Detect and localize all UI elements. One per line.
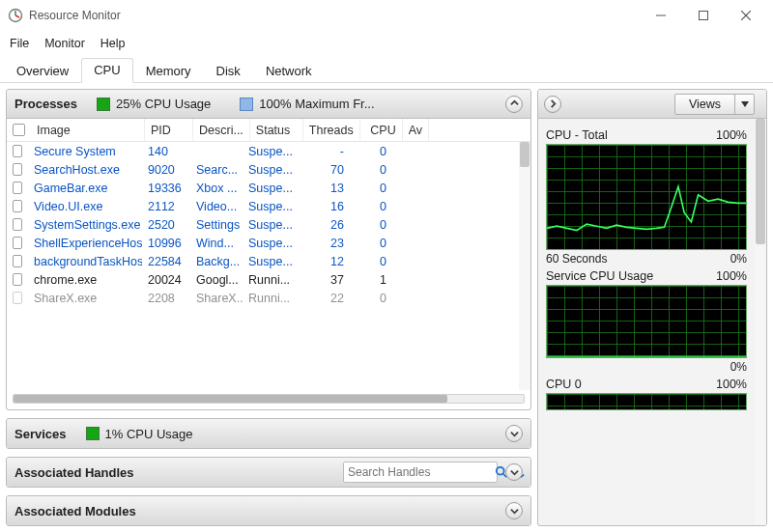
collapse-graphs-button[interactable] xyxy=(544,96,561,113)
services-title: Services xyxy=(14,427,67,441)
col-descri[interactable]: Descri... xyxy=(193,119,250,141)
handles-search-input[interactable] xyxy=(346,464,495,480)
row-checkbox[interactable] xyxy=(13,218,22,231)
table-row[interactable]: Secure System140Suspe...-0 xyxy=(7,142,530,160)
handles-title: Associated Handles xyxy=(14,465,134,480)
row-checkbox[interactable] xyxy=(13,200,22,212)
col-status[interactable]: Status xyxy=(250,119,303,141)
svg-marker-7 xyxy=(741,101,749,107)
col-cpu[interactable]: CPU xyxy=(360,119,403,141)
cell-pid: 2208 xyxy=(142,289,190,307)
cell-avg xyxy=(392,289,417,307)
graph-service-footer-right: 0% xyxy=(730,360,747,374)
tab-cpu[interactable]: CPU xyxy=(81,58,132,83)
table-row[interactable]: GameBar.exe19336Xbox ...Suspe...130 xyxy=(7,179,530,197)
tab-disk[interactable]: Disk xyxy=(204,59,253,83)
table-row[interactable]: ShellExperienceHost...10996Wind...Suspe.… xyxy=(7,234,530,252)
menu-monitor[interactable]: Monitor xyxy=(37,35,93,52)
minimize-button[interactable] xyxy=(640,2,682,29)
graph-cpu-total xyxy=(546,144,747,250)
cell-avg xyxy=(392,234,417,252)
cell-image: ShareX.exe xyxy=(28,289,142,307)
handles-header[interactable]: Associated Handles xyxy=(7,458,530,487)
processes-header[interactable]: Processes 25% CPU Usage 100% Maximum Fr.… xyxy=(7,90,530,119)
tab-memory[interactable]: Memory xyxy=(133,59,204,83)
processes-v-scrollbar[interactable] xyxy=(519,142,530,390)
modules-title: Associated Modules xyxy=(14,504,136,518)
graph-cpu0-title: CPU 0 xyxy=(546,378,716,391)
cell-desc: Video... xyxy=(190,197,243,215)
graph-service-cpu xyxy=(546,285,747,358)
table-row[interactable]: backgroundTaskHost...22584Backg...Suspe.… xyxy=(7,252,530,270)
processes-panel: Processes 25% CPU Usage 100% Maximum Fr.… xyxy=(6,89,531,410)
table-row[interactable]: Video.UI.exe2112Video...Suspe...160 xyxy=(7,197,530,215)
cell-avg xyxy=(392,197,417,215)
row-checkbox[interactable] xyxy=(13,255,22,267)
expand-handles-button[interactable] xyxy=(505,463,523,481)
table-row[interactable]: chrome.exe20024Googl...Runni...371 xyxy=(7,270,530,289)
processes-h-scrollbar[interactable] xyxy=(13,394,525,404)
row-checkbox[interactable] xyxy=(13,182,22,194)
cell-cpu: 0 xyxy=(350,215,392,234)
cell-cpu: 0 xyxy=(350,179,392,197)
views-button[interactable]: Views xyxy=(674,94,755,115)
cell-desc: Googl... xyxy=(190,270,243,289)
cell-avg xyxy=(392,179,417,197)
cell-desc: Settings xyxy=(190,215,243,234)
cell-cpu: 1 xyxy=(350,270,392,289)
services-usage-label: 1% CPU Usage xyxy=(105,427,193,441)
expand-services-button[interactable] xyxy=(505,425,523,442)
cell-pid: 2112 xyxy=(142,197,190,215)
cell-desc: Backg... xyxy=(190,252,243,270)
graph-service-title: Service CPU Usage xyxy=(546,269,716,283)
expand-modules-button[interactable] xyxy=(505,502,523,519)
table-row[interactable]: SearchHost.exe9020Searc...Suspe...700 xyxy=(7,160,530,179)
cell-image: Video.UI.exe xyxy=(28,197,142,215)
cell-threads: 22 xyxy=(296,289,350,307)
cpu-usage-swatch xyxy=(97,98,110,111)
row-checkbox[interactable] xyxy=(13,292,22,304)
cell-image: SearchHost.exe xyxy=(28,160,142,179)
graphs-v-scrollbar[interactable] xyxy=(755,119,766,525)
cell-image: ShellExperienceHost... xyxy=(28,234,142,252)
modules-header[interactable]: Associated Modules xyxy=(7,496,530,525)
menu-help[interactable]: Help xyxy=(93,35,133,52)
max-freq-swatch xyxy=(240,98,253,111)
tabs: Overview CPU Memory Disk Network xyxy=(0,58,773,83)
cell-threads: 23 xyxy=(296,234,350,252)
col-avg[interactable]: Av xyxy=(403,119,429,141)
menu-file[interactable]: File xyxy=(2,35,37,52)
maximize-button[interactable] xyxy=(682,2,725,29)
tab-network[interactable]: Network xyxy=(253,59,325,83)
col-pid[interactable]: PID xyxy=(145,119,193,141)
cell-avg xyxy=(392,252,417,270)
views-dropdown-icon[interactable] xyxy=(734,95,754,114)
row-checkbox[interactable] xyxy=(13,145,22,157)
cell-image: chrome.exe xyxy=(28,270,142,289)
services-header[interactable]: Services 1% CPU Usage xyxy=(7,419,530,448)
collapse-processes-button[interactable] xyxy=(505,96,523,113)
cell-pid: 19336 xyxy=(142,179,190,197)
cell-cpu: 0 xyxy=(350,160,392,179)
cell-avg xyxy=(392,142,417,160)
cpu-usage-label: 25% CPU Usage xyxy=(116,97,211,111)
cell-status: Suspe... xyxy=(243,160,296,179)
views-label: Views xyxy=(675,98,734,111)
col-image[interactable]: Image xyxy=(31,119,145,141)
row-checkbox[interactable] xyxy=(13,237,22,249)
cell-pid: 2520 xyxy=(142,215,190,234)
close-button[interactable] xyxy=(725,2,767,29)
table-row[interactable]: SystemSettings.exe2520SettingsSuspe...26… xyxy=(7,215,530,234)
row-checkbox[interactable] xyxy=(13,163,22,176)
cell-avg xyxy=(392,160,417,179)
row-checkbox[interactable] xyxy=(13,273,22,286)
handles-search[interactable] xyxy=(343,462,498,483)
cell-cpu: 0 xyxy=(350,197,392,215)
tab-overview[interactable]: Overview xyxy=(4,59,81,83)
cell-pid: 20024 xyxy=(142,270,190,289)
max-freq-label: 100% Maximum Fr... xyxy=(259,97,374,111)
cell-threads: 37 xyxy=(296,270,350,289)
table-row[interactable]: ShareX.exe2208ShareX...Runni...220 xyxy=(7,289,530,307)
select-all-checkbox[interactable] xyxy=(13,124,25,136)
col-threads[interactable]: Threads xyxy=(303,119,360,141)
